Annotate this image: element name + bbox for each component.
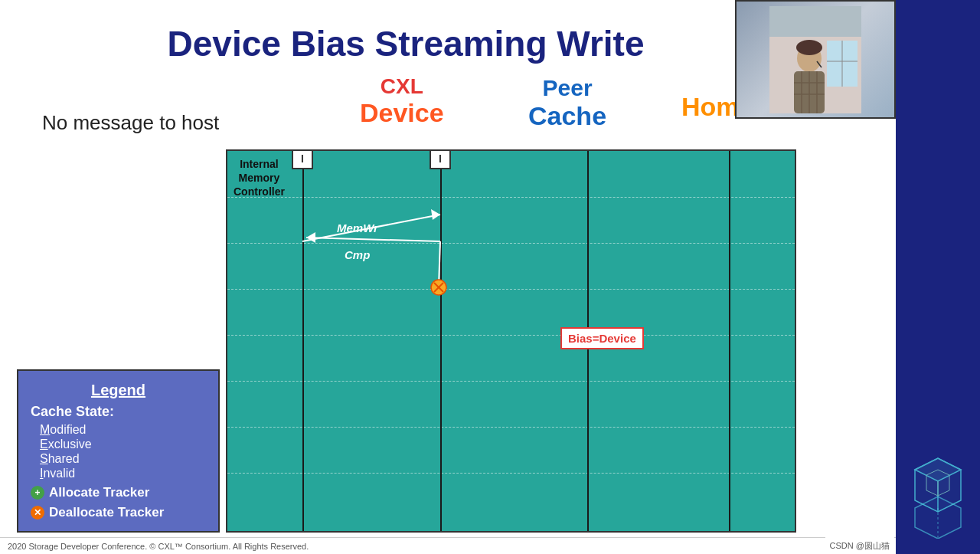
imc-label: InternalMemoryController bbox=[234, 157, 285, 199]
allocate-label: Allocate Tracker bbox=[49, 485, 149, 500]
footer-right-text: CSDN @圆山猫 bbox=[830, 540, 890, 552]
dashed-line-7 bbox=[227, 473, 795, 474]
cube-wireframe-icon bbox=[900, 401, 976, 539]
svg-point-22 bbox=[796, 40, 822, 55]
legend-box: Legend Cache State: Modified Exclusive S… bbox=[17, 369, 220, 533]
peer-cache-column-label: Peer Cache bbox=[528, 75, 606, 131]
footer: 2020 Storage Developer Conference. © CXL… bbox=[0, 537, 896, 554]
video-content bbox=[737, 2, 894, 117]
slide-title: Device Bias Streaming Write bbox=[0, 23, 812, 64]
allocate-tracker-row: + Allocate Tracker bbox=[31, 485, 206, 500]
divider-2 bbox=[440, 151, 442, 531]
dashed-line-5 bbox=[227, 381, 795, 382]
cache-state-label: Cache State: bbox=[31, 404, 206, 420]
i-box-peer: I bbox=[430, 149, 451, 169]
cxl-device-column-label: CXL Device bbox=[360, 75, 444, 127]
video-thumbnail bbox=[735, 0, 896, 119]
dashed-line-2 bbox=[227, 243, 795, 244]
cache-shared: Shared bbox=[40, 452, 206, 466]
presenter-video bbox=[769, 6, 861, 113]
cache-modified: Modified bbox=[40, 423, 206, 437]
cache-label: Cache bbox=[528, 101, 606, 131]
bias-device-box: Bias=Device bbox=[560, 327, 644, 349]
deallocate-label: Deallocate Tracker bbox=[49, 505, 164, 520]
deallocate-icon: ✕ bbox=[31, 506, 44, 520]
dashed-line-3 bbox=[227, 289, 795, 290]
dashed-line-1 bbox=[227, 197, 795, 198]
cache-exclusive: Exclusive bbox=[40, 438, 206, 451]
no-message-text: No message to host bbox=[42, 111, 219, 135]
allocate-icon: + bbox=[31, 486, 44, 500]
sequence-diagram: I I Bias=Device bbox=[226, 149, 796, 533]
i-box-cxl: I bbox=[292, 149, 313, 169]
dashed-line-6 bbox=[227, 427, 795, 428]
cxl-label: CXL bbox=[360, 75, 444, 99]
right-panel bbox=[896, 0, 980, 554]
divider-4 bbox=[729, 151, 730, 531]
dashed-line-4 bbox=[227, 335, 795, 336]
peer-label: Peer bbox=[528, 75, 606, 101]
footer-text: 2020 Storage Developer Conference. © CXL… bbox=[8, 542, 309, 551]
footer-right: CSDN @圆山猫 bbox=[825, 537, 894, 554]
deallocate-tracker-row: ✕ Deallocate Tracker bbox=[31, 505, 206, 520]
cache-invalid: Invalid bbox=[40, 467, 206, 480]
legend-title: Legend bbox=[31, 382, 206, 399]
divider-1 bbox=[302, 151, 304, 531]
device-label: Device bbox=[360, 99, 444, 127]
